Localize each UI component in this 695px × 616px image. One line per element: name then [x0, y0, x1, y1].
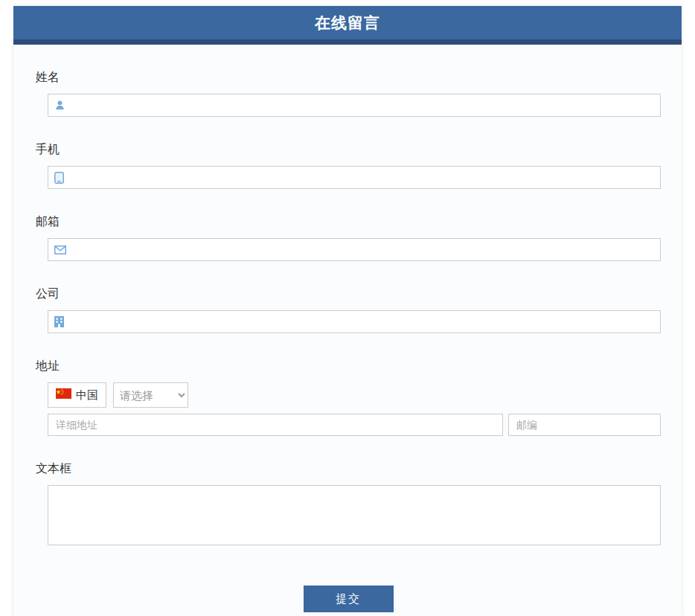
building-icon — [54, 316, 64, 327]
company-input[interactable] — [69, 311, 654, 333]
name-input[interactable] — [71, 94, 654, 116]
mobile-field-group: 手机 — [36, 142, 661, 189]
zip-code-input[interactable] — [508, 414, 661, 436]
form-header: 在线留言 — [13, 6, 682, 45]
address-row-country: 中国 请选择 — [48, 382, 661, 408]
country-name: 中国 — [76, 388, 98, 402]
china-flag-icon — [56, 388, 71, 402]
submit-button[interactable]: 提交 — [304, 585, 394, 612]
mail-icon — [54, 246, 66, 254]
country-selector[interactable]: 中国 — [48, 382, 106, 408]
email-input-box — [48, 238, 661, 261]
mobile-input-box — [48, 166, 661, 189]
address-label: 地址 — [36, 359, 661, 374]
company-input-box — [48, 310, 661, 333]
email-label: 邮箱 — [36, 214, 661, 230]
message-textarea[interactable] — [48, 485, 661, 545]
message-form-card: 在线留言 姓名 手机 邮箱 — [13, 6, 682, 616]
page-title: 在线留言 — [315, 13, 380, 33]
phone-icon — [54, 172, 64, 184]
message-label: 文本框 — [36, 461, 661, 477]
email-input[interactable] — [71, 239, 654, 260]
address-field-group: 地址 中国 请选择 — [36, 359, 661, 436]
company-field-group: 公司 — [36, 286, 661, 333]
mobile-input[interactable] — [69, 167, 654, 188]
email-field-group: 邮箱 — [36, 214, 661, 261]
user-icon — [54, 100, 65, 111]
message-field-group: 文本框 — [36, 461, 661, 545]
mobile-label: 手机 — [36, 142, 661, 158]
form-content: 姓名 手机 邮箱 — [13, 45, 682, 612]
region-select[interactable]: 请选择 — [113, 382, 188, 408]
name-field-group: 姓名 — [36, 70, 661, 117]
company-label: 公司 — [36, 286, 661, 302]
name-label: 姓名 — [36, 70, 661, 86]
name-input-box — [48, 94, 661, 117]
address-detail-input[interactable] — [48, 414, 503, 436]
submit-row: 提交 — [36, 585, 661, 612]
address-row-detail — [48, 414, 661, 436]
